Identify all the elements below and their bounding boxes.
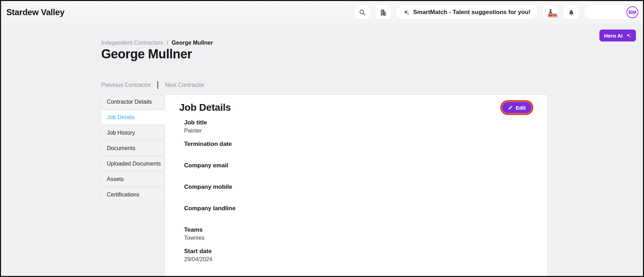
breadcrumb-parent-link[interactable]: Independent Contractors [101, 40, 163, 46]
smartmatch-label: SmartMatch - Talent suggestions for you! [413, 9, 531, 16]
app-window: Stardew Valley [0, 0, 644, 277]
content-row: Contractor DetailsJob DetailsJob History… [101, 95, 547, 277]
field-value: 29/04/2024 [184, 256, 534, 263]
field-value [184, 213, 534, 220]
pager-divider [157, 81, 158, 89]
field-label: Company email [184, 162, 534, 169]
edit-button[interactable]: Edit [502, 102, 532, 113]
next-contractor-link[interactable]: Next Contractor [165, 82, 204, 88]
labs-button[interactable]: BETA [542, 5, 558, 19]
beta-badge: BETA [548, 13, 558, 18]
app-title: Stardew Valley [6, 7, 64, 17]
sidebar-tab-contractor-details[interactable]: Contractor Details [101, 95, 165, 109]
sidebar-tabs: Contractor DetailsJob DetailsJob History… [101, 95, 165, 203]
job-details-panel: Job Details Edit Job titlePainterTermina… [165, 95, 547, 277]
field-company-mobile: Company mobile [184, 183, 534, 205]
sidebar-tab-job-details[interactable]: Job Details [101, 110, 166, 124]
search-button[interactable] [354, 5, 370, 19]
field-teams: TeamsTownies [184, 226, 534, 248]
sidebar-tab-uploaded-documents[interactable]: Uploaded Documents [101, 156, 165, 171]
hero-ai-label: Hero AI [604, 33, 623, 39]
previous-contractor-link[interactable]: Previous Contractor [101, 82, 151, 88]
field-value [184, 192, 534, 199]
building-icon [379, 9, 387, 16]
page-title: George Mullner [101, 47, 192, 62]
sidebar-tab-job-history[interactable]: Job History [101, 125, 165, 140]
field-label: Company mobile [184, 183, 534, 191]
avatar[interactable]: BM [626, 6, 638, 18]
edit-button-label: Edit [516, 105, 526, 111]
field-label: Company landline [184, 205, 534, 212]
field-start-date: Start date29/04/2024 [184, 248, 534, 269]
sparkles-icon [403, 9, 410, 16]
field-value [184, 149, 534, 156]
field-job-title: Job titlePainter [184, 119, 534, 141]
field-label: Job title [184, 119, 534, 126]
field-label: Teams [184, 226, 534, 233]
hero-ai-button[interactable]: Hero AI [599, 30, 636, 41]
search-icon [359, 9, 366, 16]
contractor-pager: Previous Contractor Next Contractor [101, 81, 204, 89]
field-company-email: Company email [184, 162, 534, 183]
field-label: Start date [184, 248, 534, 255]
field-value: Painter [184, 128, 534, 134]
smartmatch-button[interactable]: SmartMatch - Talent suggestions for you! [396, 5, 538, 19]
pencil-icon [508, 105, 513, 110]
user-menu[interactable]: BM [584, 5, 639, 19]
sidebar-tab-documents[interactable]: Documents [101, 141, 165, 155]
panel-title: Job Details [179, 102, 231, 113]
field-termination-date: Termination date [184, 141, 534, 162]
sidebar-tab-certifications[interactable]: Certifications [101, 187, 165, 202]
field-label: Termination date [184, 141, 534, 148]
top-actions: SmartMatch - Talent suggestions for you!… [354, 5, 639, 19]
sidebar-tab-assets[interactable]: Assets [101, 172, 165, 186]
notifications-button[interactable] [563, 5, 579, 19]
fields-list: Job titlePainterTermination dateCompany … [184, 119, 534, 269]
field-value: Townies [184, 235, 534, 241]
field-company-landline: Company landline [184, 205, 534, 226]
sparkles-icon [626, 33, 631, 38]
top-bar: Stardew Valley [1, 1, 643, 24]
panel-header: Job Details Edit [179, 102, 534, 113]
company-button[interactable] [375, 5, 391, 19]
breadcrumb: Independent Contractors / George Mullner [101, 40, 213, 46]
breadcrumb-current: George Mullner [172, 40, 213, 46]
field-value [184, 170, 534, 177]
bell-icon [568, 9, 574, 16]
breadcrumb-separator: / [167, 40, 168, 46]
